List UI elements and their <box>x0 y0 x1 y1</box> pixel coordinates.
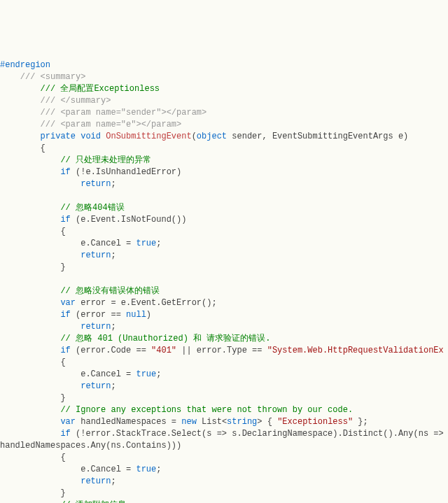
code-block: #endregion /// <summary> /// 全局配置Excepti… <box>0 59 448 503</box>
code-line: // 忽略没有错误体的错误 <box>0 285 448 297</box>
code-line: { <box>0 357 448 369</box>
code-line: // 只处理未处理的异常 <box>0 155 448 167</box>
code-line: return; <box>0 178 448 190</box>
code-line: } <box>0 262 448 274</box>
code-line: handledNamespaces.Any(ns.Contains))) <box>0 440 448 452</box>
code-line: } <box>0 488 448 500</box>
code-line <box>0 274 448 285</box>
code-line: return; <box>0 476 448 488</box>
code-line: e.Cancel = true; <box>0 369 448 381</box>
code-line: // 添加附加信息. <box>0 500 448 503</box>
code-line: } <box>0 392 448 404</box>
code-line: var handledNamespaces = new List<string>… <box>0 416 448 428</box>
code-line: { <box>0 143 448 155</box>
code-line: if (!error.StackTrace.Select(s => s.Decl… <box>0 428 448 440</box>
code-line: // 忽略404错误 <box>0 202 448 214</box>
code-line: e.Cancel = true; <box>0 464 448 476</box>
code-line: // 忽略 401 (Unauthorized) 和 请求验证的错误. <box>0 333 448 345</box>
code-line: { <box>0 226 448 238</box>
code-line: /// <summary> <box>0 71 448 83</box>
code-line: { <box>0 452 448 464</box>
code-line: var error = e.Event.GetError(); <box>0 297 448 309</box>
code-line: /// <param name="e"></param> <box>0 119 448 131</box>
code-line: /// </summary> <box>0 95 448 107</box>
code-line: e.Cancel = true; <box>0 238 448 250</box>
code-line: return; <box>0 250 448 262</box>
code-line: if (e.Event.IsNotFound()) <box>0 214 448 226</box>
code-line: /// 全局配置Exceptionless <box>0 83 448 95</box>
code-line: if (!e.IsUnhandledError) <box>0 167 448 178</box>
code-line: return; <box>0 381 448 392</box>
code-line: if (error.Code == "401" || error.Type ==… <box>0 345 448 357</box>
code-line: private void OnSubmittingEvent(object se… <box>0 131 448 143</box>
code-line: #endregion <box>0 59 448 71</box>
code-line: // Ignore any exceptions that were not t… <box>0 404 448 416</box>
code-line <box>0 190 448 202</box>
code-line: /// <param name="sender"></param> <box>0 107 448 119</box>
code-line: if (error == null) <box>0 309 448 321</box>
code-line: return; <box>0 321 448 333</box>
